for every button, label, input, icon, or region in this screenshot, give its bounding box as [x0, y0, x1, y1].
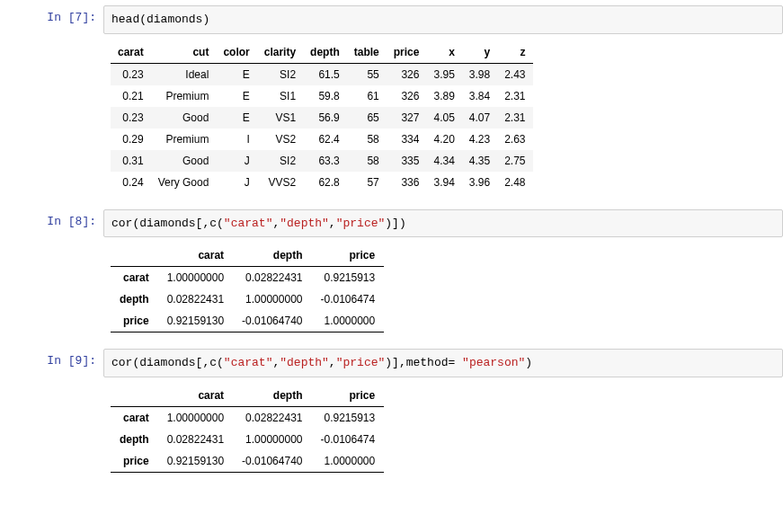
table-row: price0.92159130-0.010647401.0000000 — [111, 310, 384, 332]
table-cell: 3.84 — [462, 85, 497, 107]
table-cell: 0.29 — [111, 129, 151, 150]
correlation-table: carat depth price carat1.000000000.02822… — [111, 385, 384, 473]
table-cell: 63.3 — [303, 150, 347, 172]
table-header-row: carat depth price — [111, 244, 384, 267]
table-cell: 4.34 — [426, 150, 461, 172]
table-row: depth0.028224311.00000000-0.0106474 — [111, 429, 384, 450]
table-cell: Good — [151, 107, 217, 129]
table-cell: 0.9215913 — [311, 267, 384, 289]
table-cell: VS1 — [257, 107, 303, 129]
table-cell: SI2 — [257, 63, 303, 85]
table-cell: 0.02822431 — [233, 406, 311, 429]
table-cell: -0.0106474 — [311, 288, 384, 310]
table-cell: 2.48 — [497, 172, 532, 193]
column-header: carat — [158, 385, 233, 407]
table-row: 0.23GoodEVS156.9653274.054.072.31 — [111, 107, 533, 129]
table-cell: 4.23 — [462, 129, 497, 150]
column-header: price — [311, 385, 384, 407]
table-cell: 326 — [387, 63, 427, 85]
table-cell: 0.24 — [111, 172, 151, 193]
column-header: x — [426, 41, 461, 64]
column-header: y — [462, 41, 497, 64]
output-area: carat depth price carat1.000000000.02822… — [103, 381, 783, 485]
table-cell: Premium — [151, 129, 217, 150]
table-row: 0.24Very GoodJVVS262.8573363.943.962.48 — [111, 172, 533, 193]
table-cell: 2.63 — [497, 129, 532, 150]
table-cell: 0.23 — [111, 107, 151, 129]
table-cell: 0.23 — [111, 63, 151, 85]
table-cell: I — [216, 129, 256, 150]
table-row: 0.23IdealESI261.5553263.953.982.43 — [111, 63, 533, 85]
table-cell: 0.31 — [111, 150, 151, 172]
table-cell: 59.8 — [303, 85, 347, 107]
output-area: carat depth price carat1.000000000.02822… — [103, 241, 783, 345]
table-cell: 57 — [347, 172, 387, 193]
table-cell: 3.96 — [462, 172, 497, 193]
code-input[interactable]: cor(diamonds[,c("carat","depth","price")… — [103, 209, 783, 238]
input-prompt: In [8]: — [0, 209, 103, 228]
table-cell: 327 — [387, 107, 427, 129]
column-header: price — [387, 41, 427, 64]
table-row: carat1.000000000.028224310.9215913 — [111, 267, 384, 289]
column-header: cut — [151, 41, 217, 64]
table-cell: 0.02822431 — [158, 429, 233, 450]
table-cell: 326 — [387, 85, 427, 107]
table-cell: 0.9215913 — [311, 406, 384, 429]
table-cell: 0.02822431 — [158, 288, 233, 310]
row-header: carat — [111, 267, 158, 289]
column-header: carat — [158, 244, 233, 267]
table-cell: 56.9 — [303, 107, 347, 129]
diamonds-table: carat cut color clarity depth table pric… — [111, 41, 533, 193]
table-cell: 3.94 — [426, 172, 461, 193]
table-cell: 62.8 — [303, 172, 347, 193]
output-prompt — [0, 241, 103, 246]
column-header: table — [347, 41, 387, 64]
table-cell: 0.92159130 — [158, 310, 233, 332]
column-header: price — [311, 244, 384, 267]
code-input[interactable]: head(diamonds) — [103, 5, 783, 34]
table-cell: 4.07 — [462, 107, 497, 129]
table-cell: 62.4 — [303, 129, 347, 150]
table-cell: 1.00000000 — [158, 267, 233, 289]
input-prompt: In [7]: — [0, 5, 103, 24]
row-header: price — [111, 310, 158, 332]
table-cell: VS2 — [257, 129, 303, 150]
table-cell: 1.0000000 — [311, 450, 384, 473]
table-cell: 1.00000000 — [158, 406, 233, 429]
input-cell-7: In [7]: head(diamonds) — [0, 5, 783, 34]
code-input[interactable]: cor(diamonds[,c("carat","depth","price")… — [103, 349, 783, 377]
output-cell-7: carat cut color clarity depth table pric… — [0, 38, 783, 206]
table-cell: 61.5 — [303, 63, 347, 85]
column-header: depth — [233, 385, 311, 407]
column-header — [111, 244, 158, 267]
input-cell-8: In [8]: cor(diamonds[,c("carat","depth",… — [0, 209, 783, 238]
table-cell: 336 — [387, 172, 427, 193]
table-cell: SI2 — [257, 150, 303, 172]
table-header-row: carat cut color clarity depth table pric… — [111, 41, 533, 64]
output-prompt — [0, 381, 103, 386]
table-cell: Very Good — [151, 172, 217, 193]
table-cell: 65 — [347, 107, 387, 129]
table-cell: 0.02822431 — [233, 267, 311, 289]
row-header: carat — [111, 406, 158, 429]
table-cell: 3.89 — [426, 85, 461, 107]
column-header: z — [497, 41, 532, 64]
row-header: price — [111, 450, 158, 473]
output-area: carat cut color clarity depth table pric… — [103, 38, 783, 206]
table-cell: Premium — [151, 85, 217, 107]
row-header: depth — [111, 288, 158, 310]
column-header: clarity — [257, 41, 303, 64]
table-cell: 4.05 — [426, 107, 461, 129]
table-cell: -0.01064740 — [233, 450, 311, 473]
table-cell: E — [216, 107, 256, 129]
table-header-row: carat depth price — [111, 385, 384, 407]
table-cell: 0.92159130 — [158, 450, 233, 473]
table-cell: 1.00000000 — [233, 429, 311, 450]
table-cell: 335 — [387, 150, 427, 172]
table-cell: 58 — [347, 129, 387, 150]
table-cell: 4.35 — [462, 150, 497, 172]
table-cell: 2.75 — [497, 150, 532, 172]
output-cell-8: carat depth price carat1.000000000.02822… — [0, 241, 783, 345]
table-cell: 2.31 — [497, 107, 532, 129]
table-cell: E — [216, 85, 256, 107]
